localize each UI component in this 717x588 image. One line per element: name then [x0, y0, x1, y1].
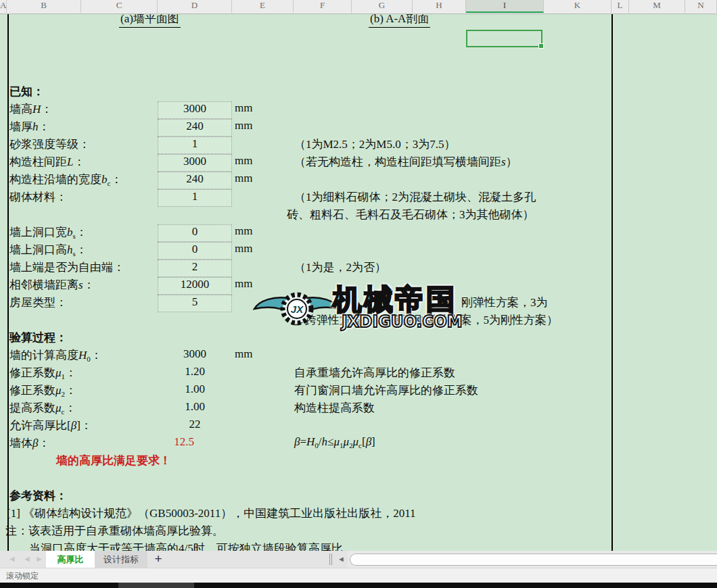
- column-header-K[interactable]: K: [544, 0, 611, 13]
- cell-label: 相邻横墙距离s：: [9, 277, 95, 295]
- cell-label: 墙上端是否为自由端：: [9, 260, 124, 277]
- sheet-nav-first-icon[interactable]: ◄: [8, 551, 16, 568]
- cell-label: 修正系数μ1：: [9, 365, 76, 383]
- cell-note: 有门窗洞口墙允许高厚比的修正系数: [294, 383, 478, 400]
- tab-scroll-splitter[interactable]: [329, 554, 332, 565]
- cell-unit: mm: [235, 347, 252, 365]
- column-header-N[interactable]: N: [685, 0, 717, 13]
- status-bar: 滚动锁定: [0, 568, 717, 583]
- scroll-lock-indicator: 滚动锁定: [6, 568, 39, 583]
- column-header-E[interactable]: E: [232, 0, 294, 13]
- column-header-I[interactable]: I: [466, 0, 544, 13]
- cell-label: 墙上洞口宽bs：: [9, 224, 87, 242]
- cell-value[interactable]: 12.5: [147, 435, 221, 453]
- sheet-tab-active[interactable]: 高厚比: [46, 551, 95, 568]
- cell-label: 墙体β：: [9, 435, 49, 453]
- sheet-nav-next-icon[interactable]: ►: [35, 551, 43, 568]
- column-header-strip: ABCDEFGHIKLMN: [0, 0, 717, 14]
- cell-label: [1] 《砌体结构设计规范》（GB50003-2011），中国建筑工业出版社出版…: [7, 506, 416, 523]
- cell-label: 砂浆强度等级：: [9, 137, 90, 154]
- column-header-A[interactable]: A: [0, 0, 7, 13]
- cell-note: （若无构造柱，构造柱间距填写横墙间距s）: [294, 154, 517, 172]
- cell-value[interactable]: 3000: [158, 101, 232, 119]
- cell-label: 房屋类型：: [9, 295, 67, 312]
- cell-note: （1为细料石砌体；2为混凝土砌块、混凝土多孔: [294, 189, 536, 207]
- cell-value[interactable]: 3000: [158, 154, 232, 172]
- cell-note: β=H0/h≤μ1μ2μc[β]: [294, 435, 375, 453]
- cell-unit: mm: [235, 224, 252, 242]
- cell-note: 多跨弹性方案，4为多跨刚弹性方案，5为刚性方案）: [294, 312, 558, 330]
- sheet-tab-bar: ◄ ◄ ► 高厚比设计指标 + ◄: [0, 551, 717, 568]
- column-header-D[interactable]: D: [158, 0, 232, 13]
- cell-unit: mm: [235, 242, 252, 260]
- print-break-line-left: [7, 14, 9, 551]
- cell-label: 墙上洞口高hs：: [9, 242, 87, 260]
- cell-note: （1为是，2为否）: [294, 260, 386, 277]
- horizontal-scrollbar-track[interactable]: [348, 551, 717, 568]
- cell-label: 墙高H：: [9, 101, 52, 119]
- sheet-tab-inactive[interactable]: 设计指标: [95, 551, 147, 568]
- cell-value[interactable]: 1.00: [158, 383, 232, 400]
- taskbar-edge: [0, 583, 717, 588]
- column-header-L[interactable]: L: [611, 0, 629, 13]
- cell-label: 已知：: [9, 84, 44, 101]
- cell-note: 构造柱提高系数: [294, 400, 375, 418]
- hscroll-left-arrow-icon[interactable]: ◄: [338, 551, 345, 568]
- cell-note: 自承重墙允许高厚比的修正系数: [294, 365, 455, 383]
- cell-note: （1为M2.5；2为M5.0；3为7.5）: [294, 137, 455, 154]
- sheet-nav-prev-icon[interactable]: ◄: [23, 551, 31, 568]
- cell-label: 砌体材料：: [9, 189, 67, 207]
- figure-title: (a)墙平面图: [119, 14, 181, 28]
- cell-value[interactable]: 1.00: [158, 400, 232, 418]
- cell-label: 验算过程：: [9, 330, 67, 347]
- cell-note: 砖、粗料石、毛料石及毛石砌体；3为其他砌体）: [287, 207, 534, 224]
- cell-label: 允许高厚比[β]：: [9, 418, 92, 435]
- cell-note: 为单: [284, 295, 307, 312]
- cell-note: 刚弹性方案，3为: [461, 295, 548, 312]
- cell-value[interactable]: 1: [158, 137, 232, 154]
- cell-label: 墙厚h：: [9, 119, 50, 137]
- column-header-M[interactable]: M: [629, 0, 685, 13]
- cell-label: 修正系数μ2：: [9, 383, 76, 400]
- add-sheet-button[interactable]: +: [150, 551, 166, 568]
- cell-value[interactable]: 0: [158, 224, 232, 242]
- selected-cell[interactable]: [466, 30, 542, 47]
- horizontal-scrollbar-thumb[interactable]: [350, 554, 717, 566]
- cell-value[interactable]: 240: [158, 172, 232, 189]
- cell-value[interactable]: 3000: [158, 347, 232, 365]
- cell-label: 提高系数μc：: [9, 400, 76, 418]
- cell-unit: mm: [235, 172, 252, 189]
- cell-unit: mm: [235, 277, 252, 295]
- cell-unit: mm: [235, 154, 252, 172]
- cell-value[interactable]: 22: [158, 418, 232, 435]
- sheet-grid[interactable]: (a)墙平面图(b) A-A剖面 已知：墙高H：3000mm墙厚h：240mm砂…: [0, 14, 717, 551]
- cell-label: 当洞口高度大于或等于墙高的4/5时，可按独立墙段验算高厚比: [29, 541, 343, 551]
- fill-handle[interactable]: [538, 43, 544, 49]
- spreadsheet-window: ABCDEFGHIKLMN (a)墙平面图(b) A-A剖面 已知：墙高H：30…: [0, 0, 717, 588]
- cell-unit: mm: [235, 119, 252, 137]
- cell-label: 构造柱沿墙的宽度bc：: [9, 172, 122, 189]
- print-break-line-right: [611, 14, 613, 551]
- cell-label: 构造柱间距L：: [9, 154, 85, 172]
- column-header-F[interactable]: F: [294, 0, 352, 13]
- cell-label: 墙的计算高度H0：: [9, 347, 102, 365]
- cell-value[interactable]: 240: [158, 119, 232, 137]
- cell-value[interactable]: 5: [158, 295, 232, 312]
- column-header-G[interactable]: G: [352, 0, 413, 13]
- taskbar-edge-segment: [118, 583, 194, 588]
- cell-label: 墙的高厚比满足要求！: [56, 453, 171, 470]
- cell-value[interactable]: 1: [158, 189, 232, 207]
- cell-label: 注：该表适用于自承重砌体墙高厚比验算。: [5, 523, 224, 541]
- figure-title: (b) A-A剖面: [369, 14, 430, 28]
- column-header-B[interactable]: B: [7, 0, 81, 13]
- column-header-C[interactable]: C: [81, 0, 158, 13]
- cell-value[interactable]: 12000: [158, 277, 232, 295]
- cell-value[interactable]: 1.20: [158, 365, 232, 383]
- column-header-H[interactable]: H: [413, 0, 466, 13]
- cell-label: 参考资料：: [9, 488, 67, 506]
- cell-value[interactable]: 0: [158, 242, 232, 260]
- cell-value[interactable]: 2: [158, 260, 232, 277]
- cell-unit: mm: [235, 101, 252, 119]
